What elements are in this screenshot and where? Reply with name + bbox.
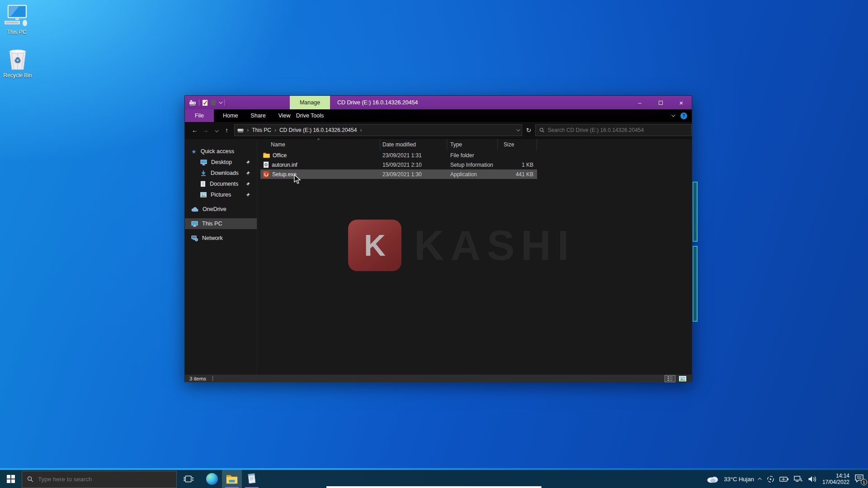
sidebar-item-downloads[interactable]: Downloads	[185, 168, 257, 178]
task-view-button[interactable]	[179, 470, 198, 488]
address-dropdown-chevron-icon[interactable]	[516, 127, 520, 131]
task-view-icon	[184, 474, 193, 483]
file-size	[498, 150, 537, 160]
network-ethernet-icon[interactable]	[794, 476, 803, 483]
desktop-icon-label: Recycle Bin	[3, 72, 33, 79]
sidebar-item-label: This PC	[202, 221, 222, 227]
taskbar-search-box[interactable]	[22, 471, 177, 488]
video-progress-overlay	[326, 486, 542, 488]
volume-icon[interactable]	[808, 475, 817, 483]
explorer-main: ★ Quick access Desktop	[185, 138, 692, 375]
clock-date: 17/04/2022	[822, 479, 849, 485]
sidebar-item-quick-access[interactable]: ★ Quick access	[185, 146, 257, 157]
tab-drive-tools[interactable]: Drive Tools	[290, 109, 330, 122]
file-explorer-icon	[226, 474, 238, 484]
notification-count-badge: 1	[861, 479, 867, 485]
breadcrumb-current-folder[interactable]: CD Drive (E:) 16.0.14326.20454	[279, 127, 357, 133]
explorer-search-input[interactable]	[547, 127, 688, 133]
qat-new-folder-icon[interactable]	[211, 99, 216, 106]
drive-window-icon	[189, 100, 196, 106]
explorer-search-box[interactable]	[535, 124, 692, 136]
window-controls: – ×	[629, 96, 692, 109]
file-size: 1 KB	[498, 160, 537, 169]
history-chevron-icon[interactable]	[211, 127, 222, 134]
breadcrumb-bar[interactable]: › This PC › CD Drive (E:) 16.0.14326.204…	[234, 124, 522, 136]
tab-home[interactable]: Home	[217, 109, 244, 122]
recycle-bin-icon: ♻	[3, 47, 33, 70]
view-toggles	[665, 375, 688, 382]
tab-file[interactable]: File	[185, 109, 214, 122]
weather-text[interactable]: 33°C Hujan	[724, 476, 754, 483]
expand-ribbon-chevron-icon[interactable]	[671, 113, 675, 117]
action-center-button[interactable]: 1	[854, 474, 865, 484]
file-name: Setup.exe	[272, 171, 297, 178]
close-button[interactable]: ×	[671, 96, 692, 109]
file-type: Setup Information	[447, 160, 498, 169]
manage-contextual-tab[interactable]: Manage	[290, 96, 330, 109]
file-row-office[interactable]: Office 23/09/2021 1:31 File folder	[260, 150, 537, 160]
weather-cloud-icon	[707, 475, 719, 483]
show-hidden-icons-chevron[interactable]	[758, 478, 761, 481]
start-button[interactable]	[0, 470, 22, 488]
sidebar-item-this-pc[interactable]: This PC	[185, 218, 257, 229]
taskbar-edge-button[interactable]	[202, 470, 222, 488]
titlebar[interactable]: Manage CD Drive (E:) 16.0.14326.20454 – …	[185, 96, 692, 109]
navigation-pane: ★ Quick access Desktop	[185, 139, 257, 375]
sidebar-item-desktop[interactable]: Desktop	[185, 157, 257, 168]
setup-information-icon	[263, 161, 269, 168]
sidebar-item-documents[interactable]: Documents	[185, 178, 257, 189]
sidebar-item-onedrive[interactable]: OneDrive	[185, 204, 257, 215]
tray-app-icon[interactable]	[767, 475, 774, 483]
status-bar: 3 items	[185, 375, 692, 382]
pc-icon	[191, 221, 198, 227]
sidebar-item-network[interactable]: Network	[185, 233, 257, 244]
tab-share[interactable]: Share	[244, 109, 272, 122]
column-header-date-modified[interactable]: Date modified	[380, 139, 447, 150]
battery-power-icon[interactable]	[779, 476, 789, 482]
sidebar-item-label: Quick access	[201, 148, 234, 155]
thumbnail-view-icon	[679, 376, 686, 381]
desktop-icon-recycle-bin[interactable]: ♻ Recycle Bin	[3, 47, 33, 79]
sidebar-item-pictures[interactable]: Pictures	[185, 189, 257, 200]
file-name: Office	[273, 152, 287, 159]
sidebar-item-label: OneDrive	[203, 206, 226, 212]
column-header-size[interactable]: Size	[498, 139, 537, 150]
thumbnail-view-button[interactable]	[677, 375, 688, 382]
sidebar-item-label: Desktop	[211, 159, 232, 165]
pin-icon	[245, 171, 250, 176]
qat-separator	[224, 99, 225, 106]
back-button[interactable]: ←	[189, 127, 200, 134]
maximize-button[interactable]	[650, 96, 671, 109]
help-icon[interactable]: ?	[680, 113, 687, 119]
file-row-setup-selected[interactable]: Setup.exe 23/09/2021 1:30 Application 44…	[260, 169, 537, 179]
edge-icon	[206, 473, 218, 485]
breadcrumb-this-pc[interactable]: This PC	[252, 127, 271, 133]
minimize-button[interactable]: –	[629, 96, 650, 109]
file-date: 23/09/2021 1:30	[380, 169, 447, 179]
taskbar-clock[interactable]: 14:14 17/04/2022	[822, 473, 849, 485]
items-count: 3 items	[185, 376, 206, 381]
qat-separator	[199, 99, 199, 106]
taskbar-file-explorer-button[interactable]	[222, 470, 242, 488]
qat-customize-chevron-icon[interactable]	[219, 100, 222, 103]
taskbar-notepad-button[interactable]	[242, 470, 262, 488]
forward-button[interactable]: →	[200, 127, 211, 134]
sidebar-item-label: Pictures	[211, 192, 231, 198]
column-header-name[interactable]: Name	[260, 139, 380, 150]
refresh-button[interactable]: ↻	[522, 127, 535, 134]
desktop-icon-this-pc[interactable]: This PC	[2, 4, 32, 35]
taskbar-search-input[interactable]	[38, 476, 171, 483]
document-icon	[200, 181, 206, 187]
file-row-autorun[interactable]: autorun.inf 15/09/2021 2:10 Setup Inform…	[260, 160, 537, 169]
snap-outline-bottom	[693, 246, 698, 322]
maximize-icon	[659, 101, 663, 105]
desktop: This PC ♻ Recycle Bin	[0, 0, 868, 488]
up-button[interactable]: ↑	[222, 127, 232, 134]
column-header-type[interactable]: Type	[447, 139, 498, 150]
file-explorer-window: Manage CD Drive (E:) 16.0.14326.20454 – …	[184, 95, 692, 382]
picture-icon	[200, 192, 207, 197]
qat-properties-icon[interactable]	[202, 99, 208, 106]
details-view-button[interactable]	[665, 375, 675, 382]
file-list-area: ^ Name Date modified Type Size Office	[257, 139, 692, 375]
sidebar-item-label: Downloads	[211, 170, 239, 176]
